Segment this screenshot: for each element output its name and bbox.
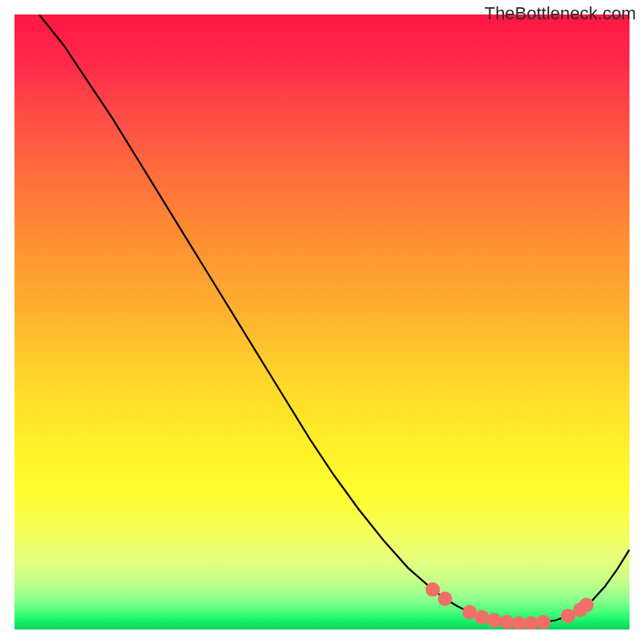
marker-dot: [438, 592, 452, 606]
marker-dot: [580, 597, 594, 612]
watermark-text: TheBottleneck.com: [485, 3, 636, 24]
chart-svg: [14, 14, 630, 630]
marker-dot: [561, 609, 576, 623]
marker-dot: [475, 610, 489, 625]
chart-area: [14, 14, 630, 630]
marker-dot: [536, 615, 551, 630]
marker-dot: [487, 613, 502, 628]
marker-dot: [511, 616, 526, 630]
marker-dot: [426, 582, 440, 597]
marker-group: [426, 582, 594, 630]
marker-dot: [524, 616, 539, 630]
marker-dot: [499, 615, 514, 630]
bottleneck-curve: [39, 14, 630, 623]
